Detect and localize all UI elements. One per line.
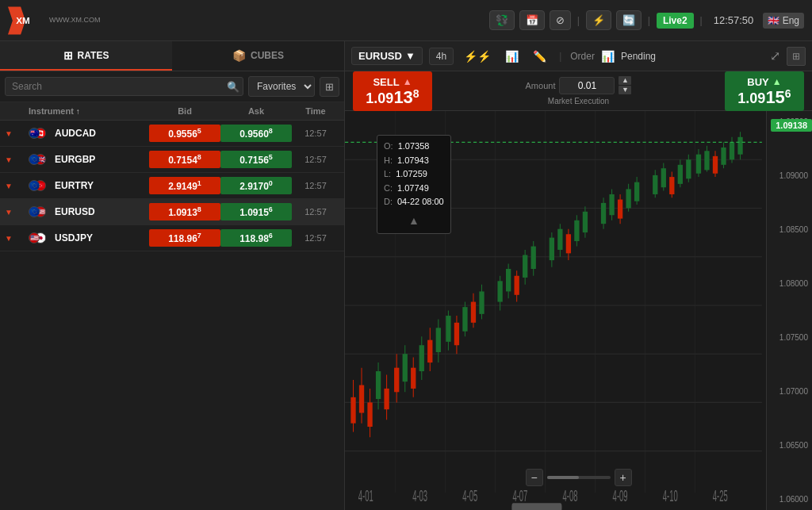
svg-rect-95: [721, 148, 726, 165]
svg-rect-81: [661, 168, 666, 187]
svg-rect-21: [367, 402, 372, 427]
favorites-wrapper: Favorites: [248, 76, 315, 97]
indicators-btn[interactable]: ⚡⚡: [460, 48, 495, 65]
row-expand-arrow: ▼: [5, 208, 29, 217]
order-type-btn[interactable]: 📊: [601, 50, 615, 63]
price-tick: 1.07500: [767, 333, 812, 342]
svg-rect-19: [359, 385, 364, 413]
sell-price: 1.09138: [366, 88, 419, 106]
symbol-selector[interactable]: EURUSD ▼: [351, 47, 423, 65]
instruments-table-header: Instrument ↑ Bid Ask Time: [0, 102, 344, 121]
tab-rates[interactable]: ⊞ RATES: [0, 41, 172, 71]
buy-button[interactable]: BUY ▲ 1.09156: [725, 71, 804, 111]
instrument-row[interactable]: ▼ 🇦🇺 🇨🇦 AUDCAD 0.95565 0.95608 12:57: [0, 121, 344, 147]
tab-cubes[interactable]: 📦 CUBES: [172, 41, 344, 71]
ask-cell[interactable]: 0.95608: [220, 125, 292, 142]
flag1: 🇺🇸: [29, 232, 40, 243]
chart-area[interactable]: 4-01 4-03 4-05 4-07 4-08 4-09 4-10 4-25 …: [345, 111, 812, 510]
amount-down-btn[interactable]: ▼: [619, 86, 631, 94]
lightning-btn[interactable]: ⚡: [586, 10, 611, 30]
chart-header: EURUSD ▼ 4h ⚡⚡ 📊 ✏️ | Order 📊 Pending ⤢ …: [345, 41, 812, 71]
zoom-slider[interactable]: [547, 476, 611, 479]
time-cell: 12:57: [292, 233, 339, 243]
zoom-out-btn[interactable]: −: [526, 469, 543, 486]
bid-cell[interactable]: 0.95565: [149, 125, 220, 142]
sell-button[interactable]: SELL ▲ 1.09138: [353, 71, 432, 111]
draw-btn[interactable]: ✏️: [529, 48, 550, 65]
main-container: ⊞ RATES 📦 CUBES 🔍 Favorites ⊞: [0, 41, 812, 510]
ask-cell[interactable]: 2.91700: [220, 177, 292, 194]
svg-rect-17: [350, 397, 355, 424]
svg-text:4-01: 4-01: [358, 487, 373, 504]
svg-rect-55: [523, 255, 527, 278]
search-icon-btn[interactable]: 🔍: [227, 81, 239, 93]
left-panel: ⊞ RATES 📦 CUBES 🔍 Favorites ⊞: [0, 41, 345, 510]
amount-arrows: ▲ ▼: [619, 76, 631, 94]
instrument-info: 🇪🇺 🇹🇷 EURTRY: [29, 178, 149, 193]
expand-btn[interactable]: ⤢: [770, 48, 780, 63]
instrument-row[interactable]: ▼ 🇪🇺 🇬🇧 EURGBP 0.71548 0.71565 12:57: [0, 147, 344, 173]
svg-rect-89: [696, 155, 701, 174]
bid-cell[interactable]: 2.91491: [149, 177, 220, 194]
zoom-in-btn[interactable]: +: [615, 469, 632, 486]
instrument-row-eurusd[interactable]: ▼ 🇪🇺 🇺🇸 EURUSD 1.09138 1.09156 12:57: [0, 199, 344, 225]
current-price-label: 1.09138: [771, 119, 812, 132]
tooltip-l-label: L:: [384, 167, 391, 182]
bid-cell[interactable]: 1.09138: [149, 203, 220, 220]
flag1: 🇪🇺: [29, 180, 40, 191]
chart-type-btn[interactable]: 📊: [501, 48, 523, 65]
sell-label: SELL: [373, 76, 399, 88]
timeframe-btn[interactable]: 4h: [429, 48, 454, 65]
ask-cell[interactable]: 118.986: [220, 229, 292, 247]
instrument-row[interactable]: ▼ 🇺🇸 🇯🇵 USDJPY 118.967 118.986 12:57: [0, 225, 344, 251]
bid-superscript: 5: [197, 127, 201, 135]
live-badge: Live2: [657, 13, 694, 29]
header-right: 💱 📅 ⊘ | ⚡ 🔄 | Live2 | 12:57:50 🇬🇧 Eng: [489, 10, 804, 30]
ask-superscript: 6: [269, 232, 273, 240]
currency-btn[interactable]: 💱: [489, 10, 515, 30]
instrument-row[interactable]: ▼ 🇪🇺 🇹🇷 EURTRY 2.91491 2.91700 12:57: [0, 173, 344, 199]
instrument-info: 🇦🇺 🇨🇦 AUDCAD: [29, 126, 149, 140]
grid-view-btn[interactable]: ⊞: [320, 77, 339, 97]
bid-superscript: 1: [197, 179, 201, 187]
bid-cell[interactable]: 0.71548: [149, 151, 220, 168]
circle-btn[interactable]: ⊘: [550, 10, 571, 30]
panel-toggle-btn[interactable]: ⊞: [787, 47, 806, 66]
rates-icon: ⊞: [63, 49, 73, 62]
instrument-name: EURUSD: [55, 206, 95, 217]
tab-bar: ⊞ RATES 📦 CUBES: [0, 41, 344, 71]
instrument-info: 🇪🇺 🇺🇸 EURUSD: [29, 205, 149, 219]
cubes-icon: 📦: [232, 49, 246, 62]
instrument-info: 🇺🇸 🇯🇵 USDJPY: [29, 231, 149, 245]
calendar-btn[interactable]: 📅: [519, 10, 545, 30]
svg-rect-99: [737, 137, 742, 155]
time-cell: 12:57: [292, 181, 339, 190]
amount-up-btn[interactable]: ▲: [619, 76, 631, 85]
chart-tooltip: O: 1.07358 H: 1.07943 L: 1.07259 C: 1.07…: [377, 135, 451, 234]
search-input[interactable]: [5, 77, 243, 96]
header: XM WWW.XM.COM 💱 📅 ⊘ | ⚡ 🔄 | Live2 | 12:5…: [0, 0, 812, 41]
ask-superscript: 6: [269, 205, 273, 213]
svg-text:4-10: 4-10: [663, 487, 678, 504]
language-btn[interactable]: 🇬🇧 Eng: [763, 13, 804, 29]
svg-rect-71: [609, 194, 614, 215]
zoom-controls: − +: [526, 469, 632, 486]
svg-rect-37: [436, 328, 441, 352]
favorites-select[interactable]: Favorites: [248, 76, 315, 97]
flag-pair: 🇪🇺 🇹🇷: [29, 178, 51, 193]
svg-rect-43: [462, 307, 467, 332]
bid-cell[interactable]: 118.967: [149, 229, 220, 247]
svg-rect-53: [515, 276, 519, 295]
amount-input[interactable]: [559, 77, 615, 94]
ask-cell[interactable]: 0.71565: [220, 151, 292, 168]
ask-cell[interactable]: 1.09156: [220, 203, 292, 220]
bid-superscript: 8: [197, 205, 201, 213]
svg-text:4-05: 4-05: [462, 487, 477, 504]
row-expand-arrow: ▼: [5, 182, 29, 190]
tooltip-c-val: 1.07749: [397, 182, 429, 196]
row-expand-arrow: ▼: [5, 129, 29, 138]
svg-rect-29: [403, 354, 408, 382]
svg-text:XM: XM: [16, 15, 30, 25]
svg-rect-31: [411, 368, 416, 389]
refresh-btn[interactable]: 🔄: [616, 10, 642, 30]
